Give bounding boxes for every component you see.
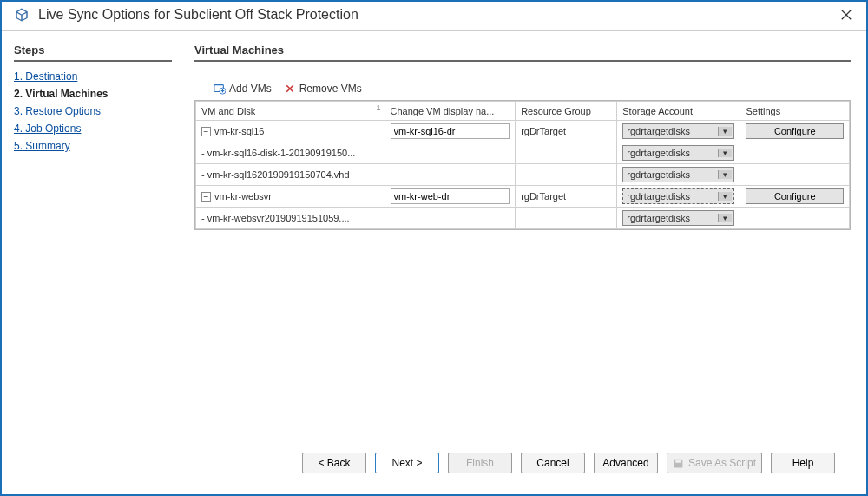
add-vms-button[interactable]: Add VMs bbox=[214, 83, 272, 95]
col-header-storage-account[interactable]: Storage Account bbox=[617, 102, 740, 121]
step-restore-options[interactable]: 3. Restore Options bbox=[14, 105, 172, 117]
table-header-row: VM and Disk1 Change VM display na... Res… bbox=[196, 102, 850, 121]
cell-vm[interactable]: −vm-kr-sql16 bbox=[196, 121, 385, 142]
content-header: Virtual Machines bbox=[194, 43, 851, 62]
storage-account-select[interactable]: rgdrtargetdisks▾ bbox=[622, 145, 734, 161]
step-summary[interactable]: 5. Summary bbox=[14, 140, 172, 152]
step-virtual-machines[interactable]: 2. Virtual Machines bbox=[14, 88, 172, 100]
cell-settings: Configure bbox=[740, 186, 850, 208]
cell-resource-group: rgDrTarget bbox=[516, 121, 617, 142]
chevron-down-icon: ▾ bbox=[718, 214, 732, 222]
step-destination[interactable]: 1. Destination bbox=[14, 70, 172, 83]
chevron-down-icon: ▾ bbox=[718, 170, 732, 179]
finish-button: Finish bbox=[448, 453, 512, 473]
steps-header: Steps bbox=[14, 43, 172, 62]
close-icon[interactable] bbox=[838, 7, 854, 23]
table-row: −vm-kr-sql16 rgDrTarget rgdrtargetdisks▾… bbox=[196, 121, 850, 142]
dialog-window: Live Sync Options for Subclient Off Stac… bbox=[0, 0, 868, 496]
cell-storage-account: rgdrtargetdisks▾ bbox=[617, 186, 740, 208]
vm-table-panel: VM and Disk1 Change VM display na... Res… bbox=[194, 100, 851, 230]
remove-vms-button[interactable]: Remove VMs bbox=[284, 83, 362, 95]
app-icon bbox=[14, 7, 30, 23]
collapse-icon[interactable]: − bbox=[201, 192, 211, 202]
cell-display-name bbox=[385, 186, 516, 208]
steps-sidebar: Steps 1. Destination 2. Virtual Machines… bbox=[2, 31, 184, 494]
chevron-down-icon: ▾ bbox=[718, 149, 732, 157]
col-header-vm-disk[interactable]: VM and Disk1 bbox=[196, 102, 385, 121]
cell-storage-account: rgdrtargetdisks▾ bbox=[617, 121, 740, 142]
help-button[interactable]: Help bbox=[771, 453, 835, 473]
advanced-button[interactable]: Advanced bbox=[594, 453, 658, 473]
storage-account-select[interactable]: rgdrtargetdisks▾ bbox=[622, 167, 734, 182]
step-job-options[interactable]: 4. Job Options bbox=[14, 122, 172, 135]
cell-storage-account: rgdrtargetdisks▾ bbox=[617, 208, 740, 229]
col-header-display-name[interactable]: Change VM display na... bbox=[385, 102, 516, 121]
storage-account-select[interactable]: rgdrtargetdisks▾ bbox=[622, 123, 734, 139]
storage-account-select[interactable]: rgdrtargetdisks▾ bbox=[622, 188, 734, 204]
chevron-down-icon: ▾ bbox=[718, 127, 732, 136]
remove-vms-icon bbox=[284, 83, 296, 95]
cell-resource-group: rgDrTarget bbox=[516, 186, 617, 208]
cell-settings: Configure bbox=[740, 121, 850, 142]
cell-storage-account: rgdrtargetdisks▾ bbox=[617, 164, 740, 186]
save-as-script-label: Save As Script bbox=[688, 457, 756, 469]
vm-table: VM and Disk1 Change VM display na... Res… bbox=[195, 101, 850, 229]
col-header-resource-group[interactable]: Resource Group bbox=[516, 102, 617, 121]
table-row: - vm-kr-sql1620190919150704.vhd rgdrtarg… bbox=[196, 164, 850, 186]
chevron-down-icon: ▾ bbox=[718, 192, 732, 201]
cell-vm-disk[interactable]: - vm-kr-sql16-disk-1-20190919150... bbox=[196, 142, 385, 164]
remove-vms-label: Remove VMs bbox=[299, 83, 362, 95]
save-icon bbox=[673, 458, 684, 469]
body-area: Steps 1. Destination 2. Virtual Machines… bbox=[2, 31, 866, 494]
back-button[interactable]: < Back bbox=[302, 453, 366, 473]
table-row: −vm-kr-websvr rgDrTarget rgdrtargetdisks… bbox=[196, 186, 850, 208]
table-row: - vm-kr-sql16-disk-1-20190919150... rgdr… bbox=[196, 142, 850, 164]
cell-vm-disk[interactable]: - vm-kr-sql1620190919150704.vhd bbox=[196, 164, 385, 186]
configure-button[interactable]: Configure bbox=[746, 123, 844, 139]
configure-button[interactable]: Configure bbox=[746, 188, 844, 204]
content-panel: Virtual Machines Add VMs Remove VMs bbox=[184, 31, 866, 494]
cell-vm[interactable]: −vm-kr-websvr bbox=[196, 186, 385, 208]
collapse-icon[interactable]: − bbox=[201, 127, 211, 136]
cell-storage-account: rgdrtargetdisks▾ bbox=[617, 142, 740, 164]
col-header-settings[interactable]: Settings bbox=[740, 102, 850, 121]
cell-display-name bbox=[385, 121, 516, 142]
cancel-button[interactable]: Cancel bbox=[521, 453, 585, 473]
window-title: Live Sync Options for Subclient Off Stac… bbox=[38, 7, 838, 23]
cell-vm-disk[interactable]: - vm-kr-websvr20190919151059.... bbox=[196, 208, 385, 229]
title-bar: Live Sync Options for Subclient Off Stac… bbox=[2, 2, 866, 31]
add-vms-label: Add VMs bbox=[229, 83, 272, 95]
display-name-input[interactable] bbox=[391, 123, 510, 139]
add-vms-icon bbox=[214, 83, 226, 95]
save-as-script-button: Save As Script bbox=[667, 453, 762, 473]
vm-toolbar: Add VMs Remove VMs bbox=[194, 83, 851, 95]
display-name-input[interactable] bbox=[391, 188, 510, 204]
storage-account-select[interactable]: rgdrtargetdisks▾ bbox=[622, 210, 734, 226]
dialog-footer: < Back Next > Finish Cancel Advanced Sav… bbox=[194, 444, 851, 486]
next-button[interactable]: Next > bbox=[375, 453, 439, 473]
table-row: - vm-kr-websvr20190919151059.... rgdrtar… bbox=[196, 208, 850, 229]
